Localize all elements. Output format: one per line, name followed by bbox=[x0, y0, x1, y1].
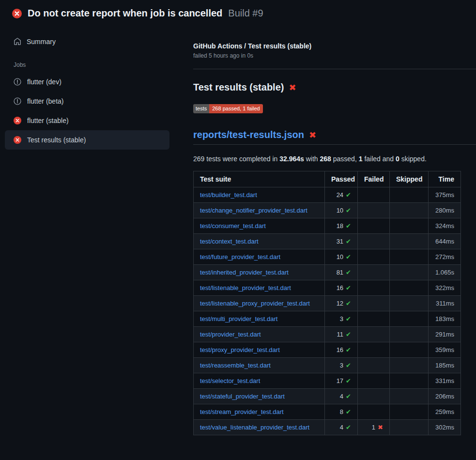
results-table-body: test/builder_test.dart24✔375mstest/chang… bbox=[194, 187, 461, 435]
suite-cell: test/listenable_provider_test.dart bbox=[194, 280, 325, 296]
summary-failed-count: 1 bbox=[359, 155, 363, 163]
check-icon: ✔ bbox=[346, 362, 351, 369]
suite-link[interactable]: test/reassemble_test.dart bbox=[200, 362, 271, 369]
divider bbox=[193, 69, 476, 69]
summary-text: passed, bbox=[331, 155, 359, 163]
suite-cell: test/inherited_provider_test.dart bbox=[194, 265, 325, 280]
sidebar-item-flutter-dev[interactable]: flutter (dev) bbox=[5, 72, 169, 92]
time-cell: 644ms bbox=[429, 234, 461, 249]
suite-link[interactable]: test/consumer_test.dart bbox=[200, 222, 266, 230]
time-cell: 272ms bbox=[429, 249, 461, 265]
skipped-cell bbox=[390, 218, 429, 234]
time-cell: 359ms bbox=[429, 342, 461, 358]
suite-link[interactable]: test/listenable_provider_test.dart bbox=[200, 284, 291, 291]
table-row: test/inherited_provider_test.dart81✔1.06… bbox=[194, 265, 461, 280]
suite-link[interactable]: test/provider_test.dart bbox=[200, 331, 261, 338]
skipped-cell bbox=[390, 327, 429, 342]
suite-cell: test/listenable_proxy_provider_test.dart bbox=[194, 296, 325, 311]
passed-cell: 31✔ bbox=[325, 234, 358, 249]
suite-link[interactable]: test/stream_provider_test.dart bbox=[200, 408, 284, 415]
summary-text: 269 tests were completed in bbox=[193, 155, 279, 163]
passed-cell: 3✔ bbox=[325, 358, 358, 373]
section-heading: Test results (stable) ✖ bbox=[193, 82, 476, 93]
table-row: test/reassemble_test.dart3✔185ms bbox=[194, 358, 461, 373]
suite-link[interactable]: test/inherited_provider_test.dart bbox=[200, 269, 289, 276]
badge-label: tests bbox=[193, 104, 209, 113]
failed-cell bbox=[358, 187, 390, 203]
passed-cell: 11✔ bbox=[325, 327, 358, 342]
suite-link[interactable]: test/change_notifier_provider_test.dart bbox=[200, 207, 307, 214]
summary-text: failed and bbox=[363, 155, 396, 163]
suite-link[interactable]: test/builder_test.dart bbox=[200, 191, 257, 199]
skipped-cell bbox=[390, 358, 429, 373]
home-icon bbox=[14, 38, 21, 46]
passed-cell: 4✔ bbox=[325, 420, 358, 435]
failed-cell bbox=[358, 265, 390, 280]
sidebar-item-test-results-stable[interactable]: Test results (stable) bbox=[5, 130, 169, 150]
table-row: test/stateful_provider_test.dart4✔206ms bbox=[194, 389, 461, 404]
layout: Summary Jobs flutter (dev) flutter (beta… bbox=[0, 26, 476, 440]
run-header: Do not create report when job is cancell… bbox=[0, 0, 476, 26]
check-icon: ✔ bbox=[346, 331, 351, 338]
skipped-cell bbox=[390, 296, 429, 311]
sidebar-item-flutter-beta[interactable]: flutter (beta) bbox=[5, 92, 169, 111]
summary-skipped-count: 0 bbox=[396, 155, 399, 163]
table-row: test/listenable_proxy_provider_test.dart… bbox=[194, 296, 461, 311]
passed-cell: 10✔ bbox=[325, 203, 358, 218]
passed-count: 16 bbox=[337, 284, 343, 291]
check-icon: ✔ bbox=[346, 222, 351, 230]
summary-text: skipped. bbox=[399, 155, 427, 163]
run-meta: failed 5 hours ago in 0s bbox=[193, 52, 476, 59]
skipped-cell bbox=[390, 249, 429, 265]
suite-cell: test/proxy_provider_test.dart bbox=[194, 342, 325, 358]
suite-cell: test/context_test.dart bbox=[194, 234, 325, 249]
failed-cell: 1✖ bbox=[358, 420, 390, 435]
passed-count: 31 bbox=[337, 238, 343, 245]
table-row: test/proxy_provider_test.dart16✔359ms bbox=[194, 342, 461, 358]
suite-cell: test/future_provider_test.dart bbox=[194, 249, 325, 265]
failed-cell bbox=[358, 311, 390, 327]
suite-link[interactable]: test/future_provider_test.dart bbox=[200, 253, 280, 261]
time-cell: 331ms bbox=[429, 373, 461, 389]
time-cell: 302ms bbox=[429, 420, 461, 435]
passed-count: 17 bbox=[337, 377, 343, 384]
failed-cell bbox=[358, 296, 390, 311]
suite-link[interactable]: test/listenable_proxy_provider_test.dart bbox=[200, 300, 310, 307]
failed-cell bbox=[358, 373, 390, 389]
skipped-cell bbox=[390, 187, 429, 203]
passed-count: 16 bbox=[337, 346, 343, 353]
neutral-status-icon bbox=[14, 97, 21, 105]
skipped-cell bbox=[390, 404, 429, 420]
skipped-cell bbox=[390, 389, 429, 404]
suite-link[interactable]: test/stateful_provider_test.dart bbox=[200, 393, 285, 400]
skipped-cell bbox=[390, 203, 429, 218]
report-file-link[interactable]: reports/test-results.json bbox=[193, 129, 304, 140]
suite-link[interactable]: test/selector_test.dart bbox=[200, 377, 260, 384]
suite-link[interactable]: test/context_test.dart bbox=[200, 238, 259, 245]
check-icon: ✔ bbox=[346, 300, 351, 307]
col-header-passed: Passed bbox=[325, 171, 358, 187]
table-row: test/future_provider_test.dart10✔272ms bbox=[194, 249, 461, 265]
suite-link[interactable]: test/multi_provider_test.dart bbox=[200, 315, 277, 322]
failed-cell bbox=[358, 218, 390, 234]
build-number: Build #9 bbox=[228, 8, 263, 19]
suite-link[interactable]: test/value_listenable_provider_test.dart bbox=[200, 424, 309, 431]
time-cell: 375ms bbox=[429, 187, 461, 203]
passed-count: 4 bbox=[340, 424, 343, 431]
sidebar-item-flutter-stable[interactable]: flutter (stable) bbox=[5, 111, 169, 130]
passed-cell: 24✔ bbox=[325, 187, 358, 203]
job-label: Test results (stable) bbox=[27, 136, 86, 144]
passed-count: 3 bbox=[340, 362, 343, 369]
table-row: test/provider_test.dart11✔291ms bbox=[194, 327, 461, 342]
sidebar-item-summary[interactable]: Summary bbox=[5, 33, 169, 50]
passed-cell: 4✔ bbox=[325, 389, 358, 404]
suite-link[interactable]: test/proxy_provider_test.dart bbox=[200, 346, 280, 353]
failed-cell bbox=[358, 249, 390, 265]
failed-status-icon bbox=[14, 136, 21, 144]
failed-count: 1 bbox=[372, 424, 375, 431]
time-cell: 1.065s bbox=[429, 265, 461, 280]
suite-cell: test/builder_test.dart bbox=[194, 187, 325, 203]
page-title: Do not create report when job is cancell… bbox=[28, 8, 222, 19]
passed-cell: 17✔ bbox=[325, 373, 358, 389]
summary-duration: 32.964s bbox=[279, 155, 304, 163]
